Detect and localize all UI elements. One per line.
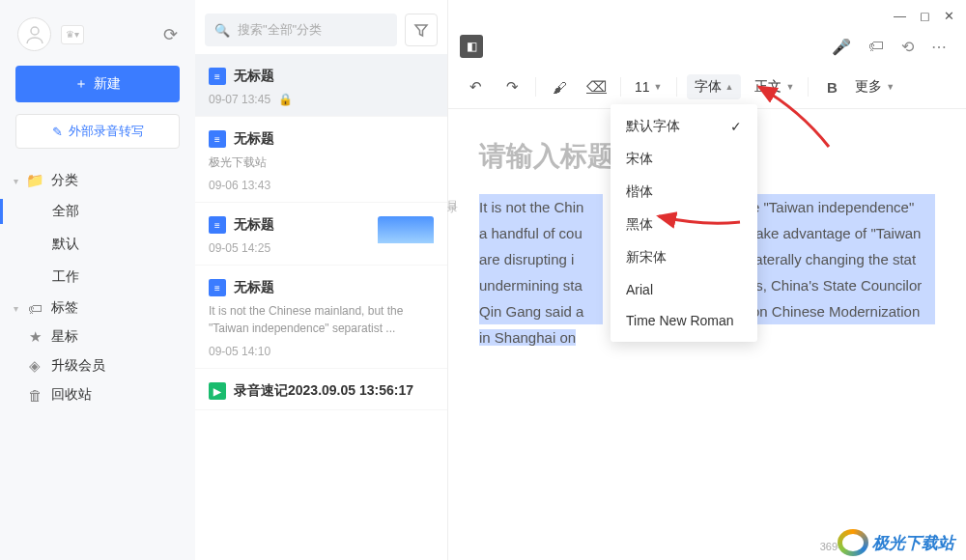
paragraph-style-select[interactable]: 正文 ▼	[751, 78, 798, 96]
font-option[interactable]: 默认字体✓	[611, 110, 757, 143]
font-size-select[interactable]: 11 ▼	[631, 79, 667, 95]
collapse-panel-button[interactable]: ◧	[460, 35, 483, 58]
search-input[interactable]: 🔍 搜索"全部"分类	[205, 14, 397, 46]
avatar[interactable]	[17, 17, 51, 51]
share-icon[interactable]: ⟲	[901, 38, 914, 56]
body-fragment: It is not the Chin	[479, 194, 603, 220]
doc-icon: ≡	[209, 279, 226, 296]
note-title: 无标题	[234, 279, 274, 296]
nav-tags[interactable]: ▾ 🏷 标签	[0, 294, 195, 322]
font-option[interactable]: 新宋体	[611, 241, 757, 274]
check-icon: ✓	[730, 119, 742, 134]
chevron-up-icon: ▲	[725, 82, 734, 92]
plus-icon: ＋	[74, 75, 88, 93]
body-fragment: undermining sta	[479, 272, 603, 298]
note-title: 无标题	[234, 216, 274, 234]
crown-button[interactable]: ♛▾	[61, 25, 84, 44]
paragraph-label: 正文	[754, 78, 781, 96]
note-date: 09-05 14:10	[209, 345, 434, 358]
tag-icon: 🏷	[26, 300, 43, 317]
body-fragment: a handful of cou	[479, 220, 603, 246]
user-icon	[23, 23, 46, 46]
nav-categories[interactable]: ▾ 📁 分类	[0, 166, 195, 195]
watermark: 极光下载站	[838, 529, 954, 556]
note-card[interactable]: ▶录音速记2023.09.05 13:56:17	[195, 369, 447, 410]
nav-trash[interactable]: ▾ 🗑 回收站	[0, 380, 195, 409]
chevron-down-icon: ▾	[14, 176, 18, 186]
trash-label: 回收站	[51, 386, 92, 404]
font-option-label: 默认字体	[626, 118, 680, 135]
note-date: 09-07 13:45 🔒	[209, 93, 434, 106]
doc-icon: ≡	[209, 216, 226, 234]
clear-format-button[interactable]: ⌫	[582, 73, 611, 100]
close-button[interactable]: ✕	[944, 9, 954, 23]
more-label: 更多	[855, 78, 882, 96]
bold-button[interactable]: B	[818, 73, 845, 100]
nav-upgrade[interactable]: ▾ ◈ 升级会员	[0, 351, 195, 380]
font-option-label: 宋体	[626, 151, 653, 168]
watermark-logo	[838, 529, 868, 556]
note-title: 录音速记2023.09.05 13:56:17	[234, 382, 413, 400]
font-option[interactable]: 黑体	[611, 209, 757, 241]
font-option[interactable]: Time New Roman	[611, 305, 757, 336]
body-fragment: on Chinese Modernization	[752, 298, 935, 324]
nav-starred[interactable]: ▾ ★ 星标	[0, 322, 195, 351]
note-card[interactable]: ≡无标题09-07 13:45 🔒	[195, 54, 447, 117]
star-icon: ★	[26, 328, 43, 346]
note-card[interactable]: ≡无标题09-05 14:25	[195, 203, 447, 266]
font-option-label: Arial	[626, 282, 653, 297]
folder-icon: 📁	[26, 172, 43, 189]
minimize-button[interactable]: ―	[894, 9, 906, 23]
chevron-down-icon: ▼	[654, 82, 663, 92]
format-painter-button[interactable]: 🖌	[546, 73, 573, 100]
font-option[interactable]: 宋体	[611, 143, 757, 176]
body-fragment: take advantage of "Taiwan	[752, 220, 935, 246]
new-button[interactable]: ＋ 新建	[15, 66, 180, 102]
tags-label: 标签	[51, 299, 78, 317]
font-option[interactable]: Arial	[611, 274, 757, 305]
note-date: 09-05 14:25	[209, 241, 368, 255]
sidebar: ♛▾ ⟳ ＋ 新建 ✎ 外部录音转写 ▾ 📁 分类 全部 默认 工作 ▾ 🏷 标…	[0, 0, 195, 560]
body-fragment: in Shanghai on	[479, 329, 576, 346]
note-card[interactable]: ≡无标题It is not the Chinese mainland, but …	[195, 266, 447, 369]
more-icon[interactable]: ⋯	[931, 38, 947, 56]
redo-button[interactable]: ↷	[498, 73, 526, 100]
body-fragment: are disrupting i	[479, 246, 603, 272]
nav-category-default[interactable]: 默认	[0, 228, 195, 261]
body-fragment: Qin Gang said a	[479, 298, 603, 324]
font-option-label: 新宋体	[626, 249, 667, 266]
diamond-icon: ◈	[26, 357, 43, 375]
refresh-icon[interactable]: ⟳	[163, 24, 178, 45]
pencil-icon: ✎	[52, 125, 63, 139]
note-date: 09-06 13:43	[209, 179, 434, 192]
nav-category-work[interactable]: 工作	[0, 261, 195, 294]
chevron-down-icon: ▾	[14, 303, 18, 314]
font-option[interactable]: 楷体	[611, 176, 757, 209]
audio-doc-icon: ▶	[209, 382, 226, 400]
sidebar-header: ♛▾ ⟳	[0, 10, 195, 66]
filter-button[interactable]	[405, 14, 438, 46]
undo-button[interactable]: ↶	[462, 73, 489, 100]
notes-list-panel: 🔍 搜索"全部"分类 ≡无标题09-07 13:45 🔒≡无标题极光下载站09-…	[195, 0, 448, 560]
watermark-name: 极光下载站	[872, 532, 954, 554]
upgrade-label: 升级会员	[51, 357, 105, 375]
nav-category-all[interactable]: 全部	[0, 195, 195, 228]
toc-label[interactable]: 目录	[442, 192, 462, 196]
external-audio-button[interactable]: ✎ 外部录音转写	[15, 114, 180, 149]
microphone-icon[interactable]: 🎤	[832, 38, 851, 56]
chevron-down-icon: ▼	[785, 82, 794, 92]
font-dropdown: 默认字体✓宋体楷体黑体新宋体ArialTime New Roman	[611, 104, 757, 342]
body-fragment: laterally changing the stat	[752, 246, 935, 272]
note-card[interactable]: ≡无标题极光下载站09-06 13:43	[195, 117, 447, 203]
editor-toolbar: ↶ ↷ 🖌 ⌫ 11 ▼ 字体 ▲ 正文 ▼ B 更多 ▼	[448, 64, 966, 109]
tag-icon[interactable]: 🏷	[868, 38, 884, 56]
body-fragment: e "Taiwan independence"	[752, 194, 935, 220]
note-preview: It is not the Chinese mainland, but the …	[209, 302, 434, 337]
note-title: 无标题	[234, 68, 274, 85]
maximize-button[interactable]: ◻	[920, 9, 930, 23]
font-family-select[interactable]: 字体 ▲	[687, 74, 742, 99]
more-button[interactable]: 更多 ▼	[855, 78, 895, 96]
window-controls: ― ◻ ✕	[448, 0, 966, 31]
new-label: 新建	[94, 75, 121, 93]
doc-icon: ≡	[209, 130, 226, 148]
